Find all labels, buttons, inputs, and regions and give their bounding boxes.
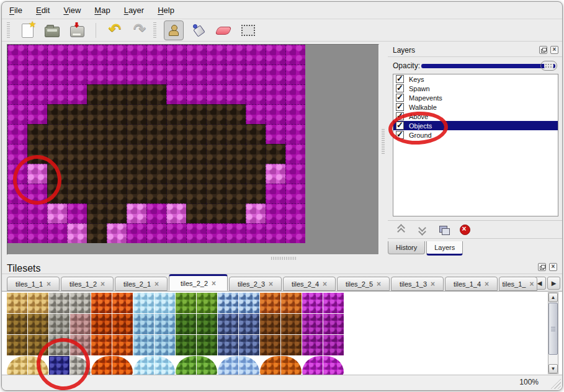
close-tab-icon[interactable]: × <box>101 281 105 287</box>
map-tile[interactable] <box>7 84 27 104</box>
map-tile[interactable] <box>47 164 67 184</box>
menu-item-view[interactable]: View <box>63 6 81 15</box>
tileset-tile[interactable] <box>133 314 154 334</box>
tileset-tile[interactable] <box>281 335 302 355</box>
tileset-tile[interactable] <box>323 356 344 375</box>
menu-item-layer[interactable]: Layer <box>124 6 145 15</box>
tileset-tile[interactable] <box>281 293 302 313</box>
map-tile[interactable] <box>186 164 206 184</box>
map-tile[interactable] <box>285 203 305 223</box>
tileset-tile[interactable] <box>112 335 133 355</box>
map-tile[interactable] <box>87 203 107 223</box>
opacity-slider-handle[interactable] <box>540 61 557 71</box>
map-tile[interactable] <box>285 124 305 144</box>
map-tile[interactable] <box>87 184 107 203</box>
tileset-tile[interactable] <box>7 335 27 355</box>
close-tab-icon[interactable]: × <box>377 281 381 287</box>
map-tile[interactable] <box>226 84 246 104</box>
map-tile[interactable] <box>107 124 127 144</box>
map-tile[interactable] <box>266 65 285 84</box>
tileset-tile[interactable] <box>197 314 217 334</box>
map-tile[interactable] <box>127 45 146 65</box>
tileset-tile[interactable] <box>154 356 175 375</box>
scroll-up-icon[interactable]: ▲ <box>548 293 558 302</box>
map-tile[interactable] <box>47 45 67 65</box>
duplicate-layer-button[interactable] <box>437 223 450 236</box>
map-tile[interactable] <box>7 164 27 184</box>
close-panel-icon[interactable] <box>549 263 557 271</box>
map-tile[interactable] <box>186 65 206 84</box>
tileset-tile[interactable] <box>218 314 238 334</box>
tab-history[interactable]: History <box>388 241 425 254</box>
layer-row-spawn[interactable]: Spawn <box>393 84 558 93</box>
map-tile[interactable] <box>285 65 305 84</box>
map-tile[interactable] <box>285 45 305 65</box>
map-tile[interactable] <box>146 223 166 243</box>
map-tile[interactable] <box>246 45 266 65</box>
tileset-tab-tiles_1_4[interactable]: tiles_1_4× <box>445 277 498 291</box>
menu-item-help[interactable]: Help <box>158 6 174 15</box>
map-tile[interactable] <box>67 223 87 243</box>
map-tile[interactable] <box>7 124 27 144</box>
layer-list[interactable]: KeysSpawnMapeventsWalkableAboveObjectsGr… <box>393 74 558 216</box>
tileset-tile[interactable] <box>323 293 344 313</box>
map-tile[interactable] <box>206 65 226 84</box>
tileset-view[interactable] <box>2 292 562 375</box>
tileset-tile[interactable] <box>323 335 344 355</box>
tileset-tile[interactable] <box>323 314 344 334</box>
map-tile[interactable] <box>127 144 146 164</box>
map-tile[interactable] <box>206 164 226 184</box>
fill-tool-button[interactable] <box>189 20 208 40</box>
map-tile[interactable] <box>285 184 305 203</box>
map-tile[interactable] <box>7 65 27 84</box>
tileset-tile-selected[interactable] <box>49 356 69 375</box>
map-tile[interactable] <box>87 84 107 104</box>
map-tile[interactable] <box>87 104 107 124</box>
tileset-tile[interactable] <box>49 314 69 334</box>
tileset-tile[interactable] <box>154 293 175 313</box>
tileset-tile[interactable] <box>133 356 154 375</box>
map-tile[interactable] <box>226 144 246 164</box>
map-tile[interactable] <box>246 164 266 184</box>
layer-row-mapevents[interactable]: Mapevents <box>393 93 558 102</box>
map-tile[interactable] <box>206 223 226 243</box>
layer-visibility-checkbox[interactable] <box>396 122 404 130</box>
close-tab-icon[interactable]: × <box>529 281 534 287</box>
tileset-tile[interactable] <box>7 356 27 375</box>
delete-layer-button[interactable] <box>459 223 471 236</box>
splitter-grip[interactable] <box>271 257 297 260</box>
close-tab-icon[interactable]: × <box>431 281 435 287</box>
map-tile[interactable] <box>246 203 266 223</box>
map-tile[interactable] <box>285 223 305 243</box>
tileset-tile[interactable] <box>260 314 280 334</box>
map-tile[interactable] <box>67 164 87 184</box>
map-tile[interactable] <box>27 104 47 124</box>
map-tile[interactable] <box>226 184 246 203</box>
tileset-tile[interactable] <box>218 293 238 313</box>
map-tile[interactable] <box>87 65 107 84</box>
layer-row-keys[interactable]: Keys <box>393 74 558 84</box>
map-tile[interactable] <box>87 144 107 164</box>
tileset-tile[interactable] <box>281 356 302 375</box>
map-tile[interactable] <box>7 223 27 243</box>
map-tile[interactable] <box>47 144 67 164</box>
map-tile[interactable] <box>107 104 127 124</box>
map-tile[interactable] <box>67 184 87 203</box>
map-tile[interactable] <box>146 65 166 84</box>
map-tile[interactable] <box>127 164 146 184</box>
map-tile[interactable] <box>266 144 285 164</box>
tileset-tile[interactable] <box>133 293 154 313</box>
tileset-tile[interactable] <box>176 293 196 313</box>
tileset-tile[interactable] <box>7 293 27 313</box>
tileset-scrollbar[interactable]: ▲ ▼ <box>548 292 558 374</box>
map-tile[interactable] <box>266 184 285 203</box>
save-file-button[interactable] <box>67 20 87 40</box>
tileset-tile[interactable] <box>218 356 238 375</box>
tileset-tile[interactable] <box>302 356 323 375</box>
map-tile[interactable] <box>27 164 47 184</box>
tileset-tile[interactable] <box>112 356 133 375</box>
tileset-tile[interactable] <box>49 335 69 355</box>
tileset-tile[interactable] <box>70 314 91 334</box>
tileset-tile[interactable] <box>70 335 91 355</box>
map-tile[interactable] <box>146 164 166 184</box>
